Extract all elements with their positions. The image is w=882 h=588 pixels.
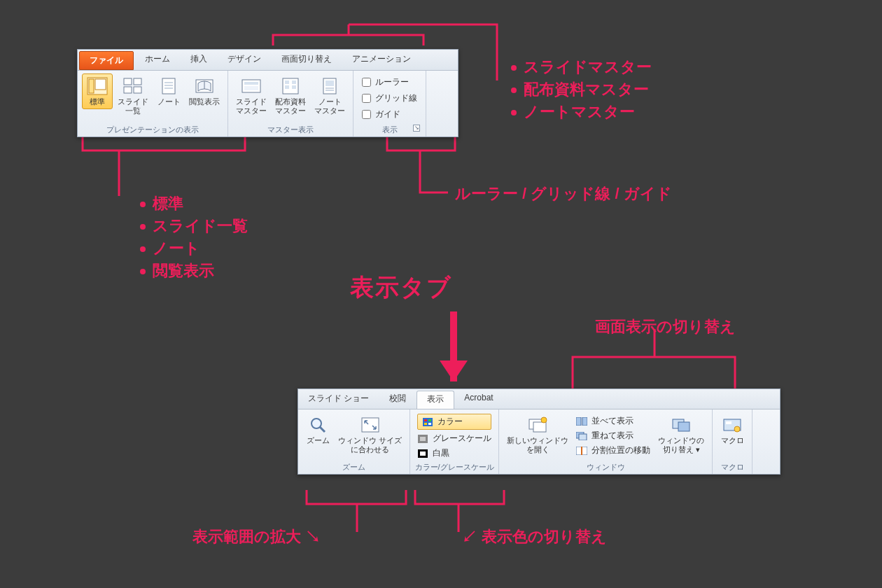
svg-rect-34 [420,437,426,441]
svg-rect-15 [244,86,258,90]
svg-rect-2 [95,79,106,90]
group-label-macro: マクロ [717,461,748,472]
tab-file[interactable]: ファイル [79,51,134,70]
tab-home[interactable]: ホーム [135,50,181,70]
group-label-presentation: プレゼンテーションの表示 [82,123,223,135]
btn-slide-sorter[interactable]: スライド 一覧 [114,74,152,118]
zoom-icon [307,415,329,435]
callout-window-switch: 画面表示の切り替え [595,316,736,337]
normal-view-icon [86,76,108,96]
btn-handout-master[interactable]: 配布資料 マスター [272,74,309,118]
svg-rect-17 [285,80,289,84]
group-label-window: ウィンドウ [503,461,708,472]
btn-black-white[interactable]: 白黒 [417,447,491,459]
btn-color[interactable]: カラー [417,414,491,430]
svg-rect-14 [244,82,258,85]
notes-view-icon [158,76,180,96]
svg-rect-43 [579,434,587,440]
tab-review[interactable]: 校閲 [379,389,416,409]
group-macro: マクロ マクロ [713,410,752,474]
btn-slide-master[interactable]: スライド マスター [232,74,270,118]
btn-reading-view[interactable]: 閲覧表示 [186,74,223,109]
svg-rect-36 [420,451,426,456]
ribbon-top: ファイル ホーム 挿入 デザイン 画面切り替え アニメーション 標準 スライド … [77,49,458,137]
svg-rect-7 [162,78,175,94]
svg-rect-30 [428,419,431,421]
btn-switch-windows[interactable]: ウィンドウの 切り替え ▾ [654,412,708,457]
slide-master-icon [240,76,262,96]
btn-arrange-all[interactable]: 並べて表示 [576,415,650,427]
btn-macros[interactable]: マクロ [717,412,748,448]
group-zoom: ズーム ウィンドウ サイズ に合わせる ズーム [298,410,410,474]
svg-rect-18 [292,80,296,84]
tab-transition[interactable]: 画面切り替え [272,50,342,70]
notes-master-icon [318,76,341,96]
callout-show-items: ルーラー / グリッド線 / ガイド [455,183,672,204]
chk-gridlines[interactable]: グリッド線 [362,92,417,104]
svg-rect-27 [362,418,379,432]
btn-new-window[interactable]: 新しいウィンドウ を開く [503,412,572,457]
btn-notes-view[interactable]: ノート [153,74,184,109]
svg-point-39 [541,417,547,423]
btn-fit-window[interactable]: ウィンドウ サイズ に合わせる [335,412,405,457]
tab-acrobat[interactable]: Acrobat [454,389,503,409]
svg-rect-19 [285,85,289,89]
group-label-zoom: ズーム [302,461,405,472]
svg-rect-41 [582,417,587,426]
callout-color-switch: ↙ 表示色の切り替え [462,526,607,547]
switch-windows-icon [670,415,692,435]
btn-cascade[interactable]: 重ねて表示 [576,430,650,442]
svg-rect-29 [424,419,427,421]
title-callout: 表示タブ [350,272,452,304]
tab-animation[interactable]: アニメーション [342,50,421,70]
ribbon-bottom: スライド ショー 校閲 表示 Acrobat ズーム ウィンドウ サイズ に合わ… [298,388,780,475]
svg-rect-32 [428,423,431,425]
group-label-color: カラー/グレースケール [414,461,494,472]
svg-rect-1 [89,79,94,93]
svg-rect-31 [424,423,427,425]
svg-line-26 [320,427,325,432]
svg-rect-5 [124,87,132,93]
dialog-launcher-icon[interactable]: ↘ [413,125,420,132]
btn-zoom[interactable]: ズーム [302,412,333,448]
svg-rect-40 [576,417,581,426]
slide-sorter-icon [122,76,144,96]
callout-views: 標準 スライド一覧 ノート 閲覧表示 [140,192,248,282]
svg-rect-22 [326,80,334,86]
svg-point-50 [734,426,740,432]
group-presentation-views: 標準 スライド 一覧 ノート 閲覧表示 プレゼンテーションの表示 [78,71,228,136]
btn-grayscale[interactable]: グレースケール [417,433,491,444]
cascade-icon [576,431,587,441]
btn-move-split[interactable]: 分割位置の移動 [576,444,650,456]
svg-rect-38 [533,422,546,432]
macros-icon [721,415,743,435]
chk-guides[interactable]: ガイド [362,108,417,120]
btn-normal-view[interactable]: 標準 [82,74,113,109]
arrange-all-icon [576,416,587,426]
black-white-icon [417,449,428,458]
tabs-top: ファイル ホーム 挿入 デザイン 画面切り替え アニメーション [78,50,458,71]
group-label-master: マスター表示 [232,123,349,135]
group-master-views: スライド マスター 配布資料 マスター ノート マスター マスター表示 [228,71,354,136]
btn-notes-master[interactable]: ノート マスター [311,74,349,118]
fit-window-icon [359,415,382,435]
group-show: ルーラー グリッド線 ガイド 表示↘ [354,71,426,136]
group-label-show: 表示↘ [358,123,421,135]
svg-rect-3 [124,78,132,85]
handout-master-icon [279,76,302,96]
tabs-bottom: スライド ショー 校閲 表示 Acrobat [298,389,780,410]
move-split-icon [576,446,587,456]
svg-rect-20 [292,85,296,89]
callout-zoom: 表示範囲の拡大 ↘ [192,526,321,547]
svg-rect-49 [726,421,732,424]
tab-design[interactable]: デザイン [218,50,272,70]
svg-rect-47 [678,422,690,431]
tab-slideshow[interactable]: スライド ショー [298,389,379,409]
chk-ruler[interactable]: ルーラー [362,76,417,88]
svg-rect-4 [134,78,141,85]
tab-insert[interactable]: 挿入 [181,50,218,70]
reading-view-icon [193,76,216,96]
color-icon [422,417,433,427]
tab-view[interactable]: 表示 [416,391,454,409]
svg-rect-6 [134,87,141,93]
